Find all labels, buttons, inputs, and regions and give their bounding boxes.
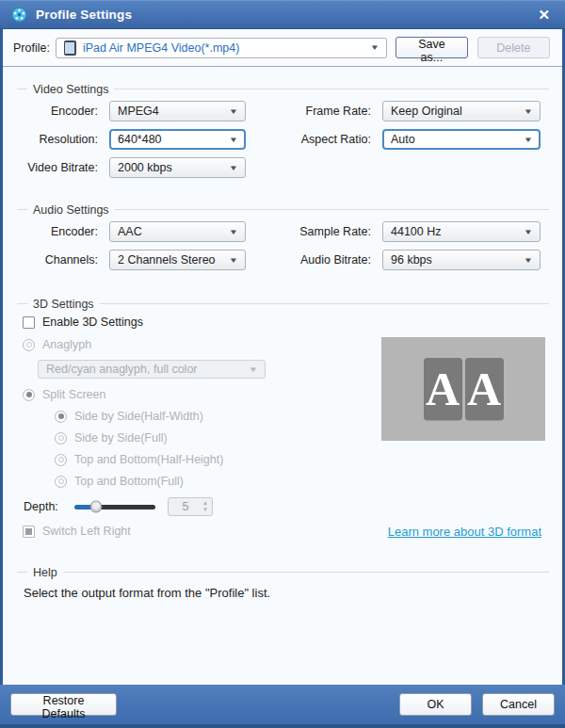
cancel-button[interactable]: Cancel — [482, 693, 555, 716]
audio-row-2: Channels: 2 Channels Stereo ▼ Audio Bitr… — [3, 250, 562, 270]
channels-label: Channels: — [13, 253, 104, 267]
split-option-label: Top and Bottom(Half-Height) — [74, 453, 223, 466]
spinner-up-icon: ▲ — [202, 500, 208, 507]
split-option-label: Side by Side(Full) — [74, 431, 168, 445]
chevron-down-icon: ▼ — [370, 43, 379, 52]
channels-select[interactable]: 2 Channels Stereo ▼ — [109, 250, 246, 270]
learn-more-3d-link[interactable]: Learn more about 3D format — [388, 525, 541, 539]
video-row-1: Encoder: MPEG4 ▼ Frame Rate: Keep Origin… — [3, 101, 562, 121]
restore-defaults-button[interactable]: Restore Defaults — [10, 693, 117, 716]
ok-button[interactable]: OK — [399, 693, 472, 716]
depth-value: 5 — [169, 500, 202, 513]
sample-rate-select[interactable]: 44100 Hz ▼ — [382, 221, 541, 242]
preview-letter-left: A — [424, 358, 462, 421]
audio-encoder-select[interactable]: AAC ▼ — [109, 221, 246, 242]
video-row-3: Video Bitrate: 2000 kbps ▼ — [3, 157, 562, 178]
app-disc-icon — [11, 7, 27, 23]
side-by-side-full-radio — [55, 432, 67, 445]
depth-row: Depth: 5 ▲ ▼ — [3, 497, 562, 516]
frame-rate-select[interactable]: Keep Original ▼ — [382, 101, 541, 121]
audio-row-1: Encoder: AAC ▼ Sample Rate: 44100 Hz ▼ — [3, 221, 562, 242]
video-encoder-select[interactable]: MPEG4 ▼ — [109, 101, 246, 121]
profile-select[interactable]: iPad Air MPEG4 Video(*.mp4) ▼ — [56, 38, 387, 58]
title-bar: Profile Settings ✕ — [0, 0, 565, 29]
preview-letter-right: A — [465, 358, 504, 421]
video-bitrate-value: 2000 kbps — [118, 161, 172, 174]
help-text: Select the output format from the "Profi… — [24, 586, 562, 600]
top-bottom-half-radio — [55, 454, 67, 466]
video-row-2: Resolution: 640*480 ▼ Aspect Ratio: Auto… — [3, 129, 562, 150]
audio-bitrate-value: 96 kbps — [391, 253, 432, 267]
save-as-button[interactable]: Save as... — [396, 37, 468, 58]
split-option-label: Top and Bottom(Full) — [74, 475, 184, 488]
chevron-down-icon: ▼ — [524, 136, 533, 144]
dialog-body: Profile: iPad Air MPEG4 Video(*.mp4) ▼ S… — [0, 29, 565, 685]
audio-settings-legend: Audio Settings — [17, 202, 549, 217]
chevron-down-icon: ▼ — [229, 107, 238, 116]
chevron-down-icon: ▼ — [229, 136, 238, 144]
anaglyph-radio — [23, 339, 35, 351]
aspect-ratio-select[interactable]: Auto ▼ — [382, 129, 541, 150]
anaglyph-mode-value: Red/cyan anaglyph, full color — [46, 363, 198, 376]
spinner-down-icon: ▼ — [202, 507, 208, 513]
enable-3d-label: Enable 3D Settings — [42, 315, 143, 329]
settings-content: Video Settings Encoder: MPEG4 ▼ Frame Ra… — [3, 67, 562, 685]
split-screen-label: Split Screen — [42, 388, 105, 401]
aspect-ratio-value: Auto — [391, 133, 415, 146]
ipad-device-icon — [64, 40, 76, 56]
top-bottom-full-radio — [55, 476, 67, 488]
profile-settings-dialog: Profile Settings ✕ Profile: iPad Air MPE… — [0, 0, 565, 728]
anaglyph-label: Anaglyph — [42, 338, 91, 351]
channels-value: 2 Channels Stereo — [118, 253, 216, 267]
switch-left-right-checkbox — [23, 526, 35, 538]
video-bitrate-select[interactable]: 2000 kbps ▼ — [109, 157, 246, 178]
frame-rate-label: Frame Rate: — [246, 105, 377, 118]
resolution-value: 640*480 — [118, 133, 162, 146]
chevron-down-icon: ▼ — [229, 164, 238, 172]
chevron-down-icon: ▼ — [524, 256, 533, 265]
close-icon[interactable]: ✕ — [534, 6, 554, 24]
sample-rate-value: 44100 Hz — [391, 225, 442, 238]
slider-thumb-icon[interactable] — [90, 501, 103, 513]
split-option-row: Top and Bottom(Full) — [55, 474, 562, 489]
video-bitrate-label: Video Bitrate: — [13, 161, 104, 174]
sample-rate-label: Sample Rate: — [246, 225, 377, 238]
chevron-down-icon: ▼ — [524, 228, 533, 236]
encoder-label: Encoder: — [13, 105, 104, 118]
split-screen-radio — [23, 389, 35, 401]
chevron-down-icon: ▼ — [524, 107, 533, 116]
audio-encoder-value: AAC — [118, 225, 142, 238]
profile-bar: Profile: iPad Air MPEG4 Video(*.mp4) ▼ S… — [3, 29, 562, 67]
switch-left-right-label: Switch Left Right — [42, 525, 131, 538]
depth-slider[interactable] — [74, 505, 155, 510]
profile-value: iPad Air MPEG4 Video(*.mp4) — [83, 41, 240, 55]
frame-rate-value: Keep Original — [391, 105, 462, 118]
footer-bar: Restore Defaults OK Cancel — [0, 685, 565, 728]
split-option-row: Top and Bottom(Half-Height) — [55, 452, 562, 467]
chevron-down-icon: ▼ — [229, 256, 238, 265]
video-encoder-value: MPEG4 — [118, 105, 159, 118]
audio-bitrate-select[interactable]: 96 kbps ▼ — [382, 250, 541, 270]
spinner-arrows: ▲ ▼ — [202, 500, 212, 512]
audio-encoder-label: Encoder: — [13, 225, 104, 238]
audio-bitrate-label: Audio Bitrate: — [246, 253, 377, 267]
3d-settings-legend: 3D Settings — [17, 297, 549, 311]
profile-label: Profile: — [13, 41, 50, 55]
aspect-ratio-label: Aspect Ratio: — [246, 133, 377, 146]
anaglyph-mode-select: Red/cyan anaglyph, full color ▼ — [38, 360, 266, 379]
video-settings-legend: Video Settings — [17, 82, 549, 96]
enable-3d-checkbox[interactable] — [23, 316, 35, 329]
chevron-down-icon: ▼ — [229, 228, 238, 236]
enable-3d-row: Enable 3D Settings — [23, 315, 562, 330]
split-option-label: Side by Side(Half-Width) — [74, 410, 203, 423]
resolution-label: Resolution: — [13, 133, 104, 146]
depth-label: Depth: — [24, 500, 67, 513]
help-legend: Help — [17, 565, 549, 579]
resolution-select[interactable]: 640*480 ▼ — [109, 129, 246, 150]
depth-spinner: 5 ▲ ▼ — [168, 497, 213, 516]
3d-preview-image: A A — [381, 337, 545, 441]
delete-button: Delete — [477, 37, 550, 58]
window-title: Profile Settings — [36, 8, 132, 22]
side-by-side-half-radio — [55, 411, 67, 423]
chevron-down-icon: ▼ — [249, 365, 258, 374]
